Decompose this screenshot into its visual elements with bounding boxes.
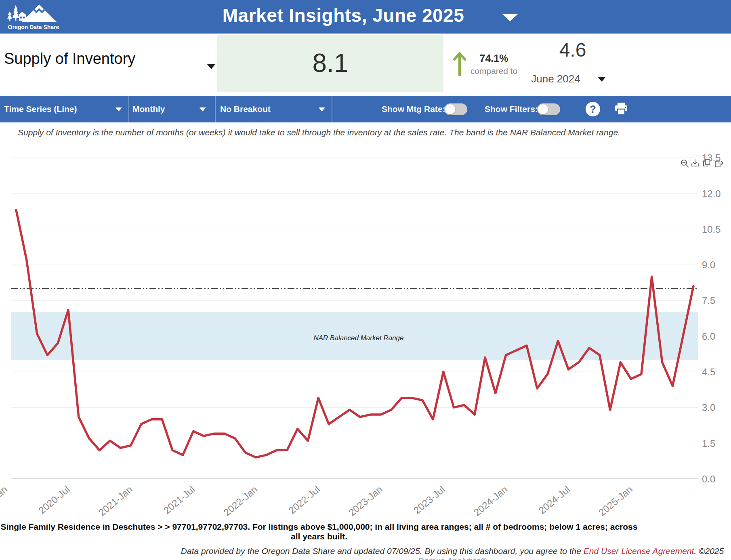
svg-text:10.5: 10.5 <box>702 224 721 235</box>
chart-plot-area: 0.01.53.04.56.07.59.010.512.013.5NAR Bal… <box>0 152 721 518</box>
svg-text:0.0: 0.0 <box>702 474 715 484</box>
svg-text:12.0: 12.0 <box>702 188 721 199</box>
chart-type-caret-icon[interactable] <box>116 107 122 112</box>
filter-summary: Single Family Residence in Deschutes > >… <box>0 522 638 541</box>
current-value-panel: 8.1 <box>217 35 443 92</box>
breakout-dropdown[interactable]: No Breakout <box>220 96 271 122</box>
credit-text-mid: . ©2025 <box>694 546 724 556</box>
compare-period-dropdown[interactable]: June 2024 <box>520 73 591 85</box>
show-filters-label: Show Filters: <box>485 96 538 122</box>
change-percent: 74.1% <box>464 53 524 64</box>
chart-description: Supply of Inventory is the number of mon… <box>0 128 638 137</box>
toolbar-separator <box>215 96 216 122</box>
svg-text:2020-Jan: 2020-Jan <box>0 484 9 518</box>
help-button[interactable]: ? <box>586 102 600 116</box>
svg-text:7.5: 7.5 <box>702 295 715 306</box>
credit-text: Data provided by the Oregon Data Share a… <box>181 546 584 556</box>
current-value: 8.1 <box>217 35 443 92</box>
breakout-caret-icon[interactable] <box>319 107 325 112</box>
svg-text:2023-Jul: 2023-Jul <box>412 484 447 516</box>
frequency-dropdown[interactable]: Monthly <box>132 96 165 122</box>
svg-text:2022-Jan: 2022-Jan <box>221 484 259 518</box>
svg-text:2024-Jul: 2024-Jul <box>537 484 572 516</box>
show-mtg-rate-toggle[interactable] <box>444 103 467 115</box>
zoom-out-icon[interactable] <box>681 160 689 167</box>
svg-text:2024-Jan: 2024-Jan <box>472 484 510 518</box>
download-icon[interactable] <box>692 160 698 166</box>
chart-toolbar: Time Series (Line) Monthly No Breakout S… <box>0 96 731 122</box>
svg-text:2021-Jul: 2021-Jul <box>162 484 197 516</box>
page-title: Market Insights, June 2025 <box>0 4 687 26</box>
report-dropdown-caret-icon[interactable] <box>502 14 518 21</box>
svg-text:2025-Jan: 2025-Jan <box>597 484 634 518</box>
toolbar-separator <box>332 96 332 122</box>
svg-text:2022-Jul: 2022-Jul <box>286 484 322 516</box>
show-filters-toggle[interactable] <box>537 103 560 115</box>
change-caption: compared to <box>464 66 524 76</box>
svg-text:4.5: 4.5 <box>702 366 715 377</box>
svg-text:2020-Jul: 2020-Jul <box>36 484 72 516</box>
header-bar: Oregon Data Share Market Insights, June … <box>0 0 731 34</box>
chart-type-dropdown[interactable]: Time Series (Line) <box>4 96 77 122</box>
svg-text:6.0: 6.0 <box>702 331 715 342</box>
svg-text:9.0: 9.0 <box>702 259 715 270</box>
compare-period-caret-icon[interactable] <box>598 77 606 82</box>
compare-value: 4.6 <box>537 39 608 61</box>
metric-dropdown-caret-icon[interactable] <box>207 64 216 69</box>
credit-line: Data provided by the Oregon Data Share a… <box>174 546 731 560</box>
svg-text:2023-Jan: 2023-Jan <box>347 484 384 518</box>
supply-of-inventory-chart: 0.01.53.04.56.07.59.010.512.013.5NAR Bal… <box>0 145 731 519</box>
frequency-caret-icon[interactable] <box>200 107 206 112</box>
svg-text:NAR Balanced Market Range: NAR Balanced Market Range <box>313 334 403 342</box>
print-icon[interactable] <box>614 102 628 116</box>
toolbar-separator <box>128 96 129 122</box>
svg-text:3.0: 3.0 <box>702 402 715 413</box>
show-mtg-rate-label: Show Mtg Rate: <box>382 96 445 122</box>
svg-text:1.5: 1.5 <box>702 438 715 449</box>
svg-text:2021-Jan: 2021-Jan <box>97 484 134 518</box>
domus-analytics-link[interactable]: Domus Analytics® <box>418 556 487 560</box>
metric-dropdown-label[interactable]: Supply of Inventory <box>4 50 135 67</box>
eula-link[interactable]: End User License Agreement <box>584 546 694 556</box>
